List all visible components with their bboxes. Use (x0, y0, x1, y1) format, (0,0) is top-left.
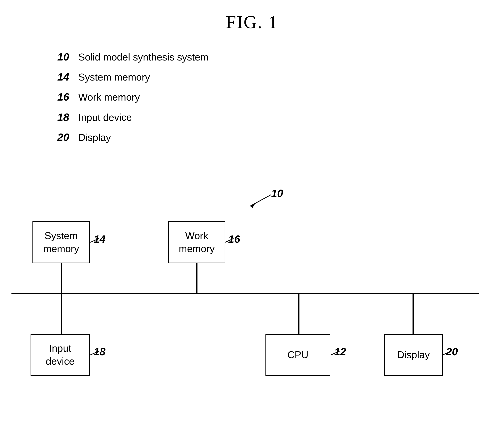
connector-work-memory-bus (196, 263, 198, 294)
diagram: 10 Systemmemory 14 Workmemory 16 Inputde… (0, 172, 504, 420)
ref-14-tick-icon (89, 237, 101, 245)
connector-bus-input-device (61, 294, 62, 334)
ref-20-tick-icon (442, 350, 453, 358)
connector-system-memory-bus (61, 263, 62, 294)
legend-number-20: 20 (57, 128, 78, 146)
work-memory-box: Workmemory (168, 221, 225, 263)
legend-number-14: 14 (57, 68, 78, 86)
connector-bus-display (413, 294, 414, 334)
svg-line-0 (250, 195, 271, 206)
bus-line (12, 293, 479, 294)
svg-line-2 (90, 238, 99, 242)
cpu-box: CPU (265, 334, 330, 376)
ref-12-tick-icon (330, 350, 341, 358)
svg-line-4 (90, 351, 99, 355)
legend-number-18: 18 (57, 108, 78, 126)
legend-item-20: 20 Display (57, 128, 209, 146)
legend-label-14: System memory (78, 69, 150, 86)
svg-line-3 (225, 238, 234, 242)
legend-label-18: Input device (78, 109, 132, 126)
display-box: Display (384, 334, 443, 376)
legend-number-10: 10 (57, 48, 78, 66)
legend-label-20: Display (78, 129, 111, 146)
page-title: FIG. 1 (0, 0, 504, 33)
legend-item-10: 10 Solid model synthesis system (57, 48, 209, 66)
legend-label-16: Work memory (78, 89, 140, 106)
svg-line-5 (331, 351, 339, 355)
legend-label-10: Solid model synthesis system (78, 49, 209, 65)
legend-number-16: 16 (57, 88, 78, 106)
legend-item-16: 16 Work memory (57, 88, 209, 106)
connector-bus-cpu (298, 294, 300, 334)
legend-item-14: 14 System memory (57, 68, 209, 86)
svg-line-6 (443, 351, 451, 355)
input-device-box: Inputdevice (31, 334, 90, 376)
ref-16-tick-icon (224, 237, 236, 245)
legend-item-18: 18 Input device (57, 108, 209, 126)
legend: 10 Solid model synthesis system 14 Syste… (57, 48, 209, 148)
system-memory-box: Systemmemory (32, 221, 90, 263)
ref-18-tick-icon (89, 350, 101, 358)
arrow-10-icon (246, 191, 275, 210)
